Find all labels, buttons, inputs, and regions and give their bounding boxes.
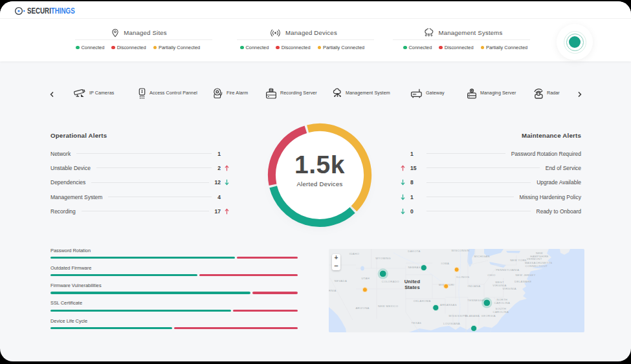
svg-text:ARKANSAS: ARKANSAS	[440, 303, 457, 306]
svg-text:ARIZONA: ARIZONA	[355, 306, 369, 310]
svg-text:ORNIA: ORNIA	[329, 289, 337, 292]
svg-text:COLORADO: COLORADO	[382, 280, 400, 283]
svg-text:MICHIGAN: MICHIGAN	[474, 255, 490, 258]
svg-text:OKLAHOMA: OKLAHOMA	[414, 299, 431, 303]
svg-text:HAMPSHIRE: HAMPSHIRE	[530, 255, 549, 258]
svg-text:VIRGINIA: VIRGINIA	[502, 287, 516, 290]
svg-text:TEXAS: TEXAS	[412, 321, 422, 325]
svg-text:IOWA: IOWA	[441, 262, 450, 265]
svg-text:INDIANA: INDIANA	[468, 284, 481, 288]
svg-text:United: United	[404, 279, 421, 284]
svg-text:MISSISSIPPI: MISSISSIPPI	[449, 314, 468, 317]
svg-text:IDAHO: IDAHO	[349, 252, 360, 255]
svg-text:WYOMING: WYOMING	[375, 257, 391, 260]
svg-text:OHIO: OHIO	[487, 273, 496, 277]
svg-text:States: States	[404, 284, 420, 290]
svg-text:ILLINOIS: ILLINOIS	[456, 275, 469, 279]
svg-text:NEW JERSEY: NEW JERSEY	[515, 273, 535, 277]
svg-text:NEW MEXICO: NEW MEXICO	[378, 305, 399, 308]
svg-text:DELAWARE: DELAWARE	[515, 280, 531, 283]
svg-text:PENNSYLVANIA: PENNSYLVANIA	[496, 268, 519, 272]
svg-text:UTAH: UTAH	[361, 277, 370, 280]
svg-text:LOUISIANA: LOUISIANA	[443, 322, 460, 325]
svg-text:WISCONSIN: WISCONSIN	[452, 249, 470, 252]
svg-text:MASSACHUSETTS: MASSACHUSETTS	[525, 261, 552, 264]
svg-text:NEVADA: NEVADA	[335, 279, 347, 283]
svg-text:CAROLINA: CAROLINA	[494, 301, 511, 305]
svg-text:DAKOTA: DAKOTA	[408, 250, 420, 253]
svg-text:CONNECTICUT: CONNECTICUT	[525, 264, 548, 268]
svg-text:GEORGIA: GEORGIA	[482, 314, 496, 317]
svg-text:CAROLINA: CAROLINA	[493, 310, 509, 314]
